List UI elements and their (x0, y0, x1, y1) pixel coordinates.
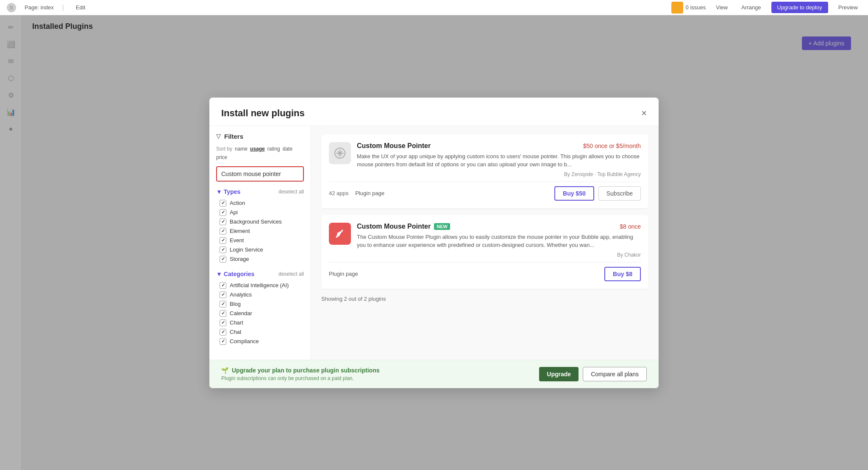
plugin-1-meta: 42 apps Plugin page (329, 190, 384, 196)
categories-section-header: ▼ Categories deselect all (216, 271, 304, 277)
checkbox-login-service[interactable] (220, 246, 226, 253)
sort-row: Sort by name usage rating date price (216, 146, 304, 160)
results-panel: Custom Mouse Pointer $50 once or $5/mont… (311, 126, 659, 360)
checkbox-background-services[interactable] (220, 218, 226, 225)
plugin-2-page-link[interactable]: Plugin page (329, 271, 358, 277)
plugin-1-description: Make the UX of your app unique by applyi… (357, 152, 641, 169)
install-plugins-modal: Install new plugins × ▽ Filters Sort by … (209, 98, 659, 388)
types-section-header: ▼ Types deselect all (216, 188, 304, 195)
checkbox-storage[interactable] (220, 256, 226, 263)
app-logo: b (7, 3, 16, 12)
filter-cat-calendar[interactable]: Calendar (216, 309, 304, 318)
top-bar-right: 0 issues View Arrange Upgrade to deploy … (671, 2, 861, 14)
plugin-1-name-row: Custom Mouse Pointer $50 once or $5/mont… (357, 142, 641, 150)
plugin-card-2: Custom Mouse Pointer NEW $8 once The Cus… (321, 215, 648, 289)
footer-icon: 🌱 (221, 367, 228, 374)
checkbox-blog[interactable] (220, 301, 226, 308)
modal-close-button[interactable]: × (641, 109, 647, 118)
categories-title: ▼ Categories (216, 271, 254, 277)
plugin-1-page-link[interactable]: Plugin page (355, 190, 384, 196)
compare-plans-button[interactable]: Compare all plans (583, 367, 647, 381)
type-storage-label: Storage (230, 256, 249, 262)
top-bar: b Page: index | Edit 0 issues View Arran… (0, 0, 868, 15)
issues-section: 0 issues (671, 2, 706, 14)
filter-label: Filters (224, 133, 243, 140)
checkbox-action[interactable] (220, 200, 226, 207)
types-deselect-all[interactable]: deselect all (278, 189, 304, 195)
filter-type-element[interactable]: Element (216, 227, 304, 236)
plugin-1-buy-button[interactable]: Buy $50 (554, 186, 594, 201)
search-wrapper (216, 166, 304, 182)
footer-subtitle: Plugin subscriptions can only be purchas… (221, 375, 379, 381)
categories-deselect-all[interactable]: deselect all (278, 271, 304, 277)
filter-type-api[interactable]: Api (216, 208, 304, 217)
filter-cat-ai[interactable]: Artificial Intelligence (AI) (216, 281, 304, 290)
new-badge: NEW (434, 223, 450, 230)
results-count: Showing 2 out of 2 plugins (321, 296, 648, 302)
plugin-2-description: The Custom Mouse Pointer Plugin allows y… (357, 233, 641, 249)
checkbox-calendar[interactable] (220, 310, 226, 317)
cat-chart-label: Chart (230, 319, 243, 326)
filter-cat-analytics[interactable]: Analytics (216, 290, 304, 299)
checkbox-chart[interactable] (220, 319, 226, 326)
plugin-2-buy-button[interactable]: Buy $8 (604, 267, 641, 281)
plugin-1-card-bottom: 42 apps Plugin page Buy $50 Subscribe (329, 182, 641, 201)
types-title: ▼ Types (216, 188, 240, 195)
checkbox-event[interactable] (220, 237, 226, 244)
sort-name[interactable]: name (235, 146, 248, 152)
filter-cat-chart[interactable]: Chart (216, 318, 304, 327)
categories-section: ▼ Categories deselect all Artificial Int… (216, 271, 304, 346)
edit-button[interactable]: Edit (72, 3, 89, 12)
plugin-2-author: By Chakor (357, 252, 641, 258)
sort-date[interactable]: date (283, 146, 292, 152)
filter-header: ▽ Filters (216, 133, 304, 140)
filter-type-action[interactable]: Action (216, 199, 304, 208)
checkbox-analytics[interactable] (220, 291, 226, 298)
sort-rating[interactable]: rating (267, 146, 280, 152)
type-api-label: Api (230, 209, 238, 215)
issues-badge (671, 2, 683, 14)
checkbox-chat[interactable] (220, 329, 226, 336)
filter-type-login-service[interactable]: Login Service (216, 245, 304, 255)
filter-icon: ▽ (216, 133, 221, 140)
modal-overlay: Install new plugins × ▽ Filters Sort by … (0, 15, 868, 470)
plugin-card-1: Custom Mouse Pointer $50 once or $5/mont… (321, 134, 648, 208)
modal-body: ▽ Filters Sort by name usage rating date… (209, 126, 659, 360)
upgrade-deploy-button[interactable]: Upgrade to deploy (771, 2, 828, 13)
preview-button[interactable]: Preview (835, 3, 861, 12)
checkbox-api[interactable] (220, 209, 226, 216)
plugin-card-2-top: Custom Mouse Pointer NEW $8 once The Cus… (329, 223, 641, 258)
modal-header: Install new plugins × (209, 98, 659, 126)
sort-price[interactable]: price (216, 154, 227, 160)
plugin-1-name: Custom Mouse Pointer (357, 142, 431, 150)
plugin-1-subscribe-button[interactable]: Subscribe (598, 186, 641, 201)
checkbox-element[interactable] (220, 228, 226, 235)
plugin-2-name: Custom Mouse Pointer NEW (357, 223, 450, 230)
type-background-services-label: Background Services (230, 218, 282, 225)
modal-title: Install new plugins (221, 108, 305, 119)
plugin-2-name-row: Custom Mouse Pointer NEW $8 once (357, 223, 641, 230)
filter-type-background-services[interactable]: Background Services (216, 217, 304, 227)
sort-label: Sort by (216, 146, 232, 152)
plugin-2-meta: Plugin page (329, 271, 358, 277)
filter-cat-chat[interactable]: Chat (216, 327, 304, 337)
view-button[interactable]: View (712, 3, 731, 12)
type-element-label: Element (230, 228, 250, 234)
upgrade-button[interactable]: Upgrade (539, 367, 579, 381)
cat-analytics-label: Analytics (230, 291, 252, 298)
search-input[interactable] (217, 167, 303, 181)
sort-usage[interactable]: usage (250, 146, 265, 152)
plugin-1-actions: Buy $50 Subscribe (554, 186, 641, 201)
checkbox-compliance[interactable] (220, 338, 226, 345)
cat-chat-label: Chat (230, 329, 241, 335)
arrange-button[interactable]: Arrange (738, 3, 764, 12)
filter-type-storage[interactable]: Storage (216, 255, 304, 264)
types-chevron: ▼ (216, 188, 222, 195)
footer-actions: Upgrade Compare all plans (539, 367, 647, 381)
checkbox-ai[interactable] (220, 282, 226, 289)
filter-type-event[interactable]: Event (216, 236, 304, 245)
filter-cat-blog[interactable]: Blog (216, 299, 304, 309)
plugin-2-actions: Buy $8 (604, 267, 641, 281)
plugin-2-info: Custom Mouse Pointer NEW $8 once The Cus… (357, 223, 641, 258)
filter-cat-compliance[interactable]: Compliance (216, 337, 304, 346)
